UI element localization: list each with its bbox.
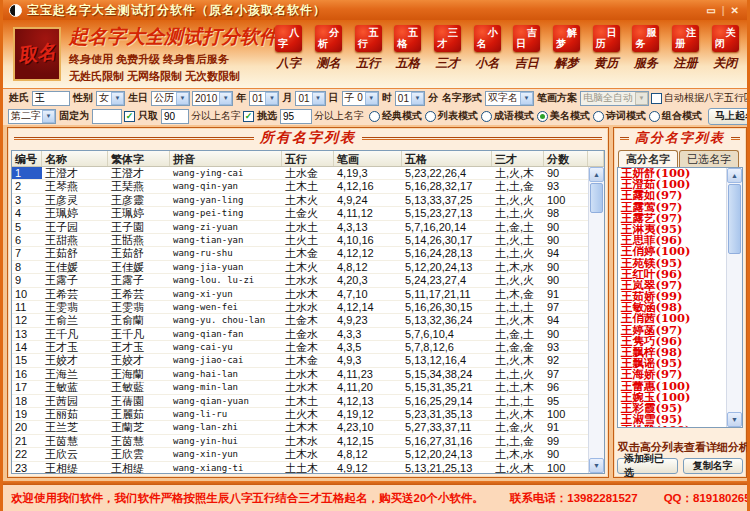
list-item[interactable]: 王淑雪(95) <box>619 414 726 425</box>
list-item[interactable]: 王茹娇(99) <box>619 291 726 302</box>
mode-radio[interactable] <box>369 111 380 122</box>
table-row[interactable]: 19王丽茹王麗茹wang-li-ru土火木4,19,125,23,31,35,1… <box>12 408 604 421</box>
list-item[interactable]: 王敏涵(98) <box>619 302 726 313</box>
second-char-combo[interactable]: 第二字▼ <box>8 109 56 124</box>
list-item[interactable]: 王姝雅(100) <box>619 425 726 427</box>
chevron-down-icon[interactable]: ▼ <box>111 92 124 105</box>
table-row[interactable]: 2王琴燕王琹燕wang-qin-yan土木土4,12,165,16,28,32,… <box>12 180 604 193</box>
surname-input[interactable] <box>32 91 70 106</box>
mode-radio[interactable] <box>425 111 436 122</box>
table-row[interactable]: 5王子园王子園wang-zi-yuan土水土4,3,135,7,16,20,14… <box>12 221 604 234</box>
hour-combo[interactable]: 子 0▼ <box>342 91 379 106</box>
column-header-id[interactable]: 编号 <box>12 151 42 166</box>
only-take-checkbox[interactable]: ✓ <box>124 111 135 122</box>
mode-option-2[interactable]: 列表模式 <box>425 109 478 123</box>
column-header-score[interactable]: 分数 <box>544 151 588 166</box>
table-row[interactable]: 1王澄才王澄才wang-ying-cai土水金4,19,35,23,22,26,… <box>12 167 604 180</box>
menu-item-3[interactable]: 五行五行 <box>348 25 388 87</box>
table-row[interactable]: 15王姣才王姣才wang-jiao-cai土木金4,9,35,13,12,16,… <box>12 354 604 367</box>
list-item[interactable]: 王思菲(96) <box>619 235 726 246</box>
mode-radio[interactable] <box>537 111 548 122</box>
column-header-name[interactable]: 名称 <box>42 151 108 166</box>
pick-score-input[interactable] <box>280 109 312 124</box>
month-combo[interactable]: 01▼ <box>249 91 279 106</box>
table-row[interactable]: 9王露子王露子wang-lou. lu-zi土水水4,20,35,24,23,2… <box>12 274 604 287</box>
table-row[interactable]: 8王佳媛王佳媛wang-jia-yuan土木火4,8,125,12,20,24,… <box>12 261 604 274</box>
table-row[interactable]: 21王茵慧王茵慧wang-yin-hui土木水4,12,155,16,27,31… <box>12 435 604 448</box>
list-item[interactable]: 王彩霞(95) <box>619 403 726 414</box>
close-button[interactable]: ✕ <box>729 5 741 16</box>
tab-high-score-names[interactable]: 高分名字 <box>618 150 678 167</box>
list-item[interactable]: 王妍舒(100) <box>619 168 726 179</box>
chevron-down-icon[interactable]: ▼ <box>312 92 325 105</box>
list-item[interactable]: 王露莺(97) <box>619 202 726 213</box>
table-row[interactable]: 23王相缇王相缇wang-xiang-ti土土木4,9,125,13,21,25… <box>12 462 604 473</box>
list-item[interactable]: 王隽巧(96) <box>619 336 726 347</box>
mode-option-1[interactable]: 经典模式 <box>369 109 422 123</box>
gender-combo[interactable]: 女▼ <box>96 91 125 106</box>
list-item[interactable]: 王蕾惠(100) <box>619 381 726 392</box>
calendar-combo[interactable]: 公历▼ <box>151 91 190 106</box>
menu-item-10[interactable]: 服务服务 <box>626 25 666 87</box>
menu-item-11[interactable]: 注册注册 <box>666 25 706 87</box>
table-row[interactable]: 11王雯翡王雯翡wang-wen-fei土水水4,12,145,16,26,30… <box>12 301 604 314</box>
list-item[interactable]: 王婷菡(97) <box>619 325 726 336</box>
chevron-down-icon[interactable]: ▼ <box>219 92 232 105</box>
table-row[interactable]: 4王珮婷王珮婷wang-pei-ting土金火4,11,125,15,23,27… <box>12 207 604 220</box>
chevron-down-icon[interactable]: ▼ <box>265 92 278 105</box>
table-row[interactable]: 14王才玉王才玉wang-cai-yu土金木4,3,55,7,8,12,6土,金… <box>12 341 604 354</box>
scroll-up-icon[interactable]: ▲ <box>727 168 742 183</box>
day-combo[interactable]: 01▼ <box>295 91 325 106</box>
menu-item-8[interactable]: 解梦解梦 <box>547 25 587 87</box>
list-item[interactable]: 王淋夷(95) <box>619 224 726 235</box>
list-item[interactable]: 王红叶(96) <box>619 269 726 280</box>
menu-item-7[interactable]: 吉日吉日 <box>507 25 547 87</box>
mode-radio[interactable] <box>649 111 660 122</box>
tab-selected-names[interactable]: 已选名字 <box>679 150 739 167</box>
scrollbar-thumb[interactable] <box>728 184 741 254</box>
table-row[interactable]: 7王茹舒王茹舒wang-ru-shu土木金4,12,125,16,24,28,1… <box>12 247 604 260</box>
table-row[interactable]: 17王敏蓝王敏藍wang-min-lan土水木4,11,205,15,31,35… <box>12 381 604 394</box>
chevron-down-icon[interactable]: ▼ <box>42 110 55 123</box>
table-row[interactable]: 20王兰芝王蘭芝wang-lan-zhi土木木4,23,105,27,33,37… <box>12 421 604 434</box>
list-item[interactable]: 王俏婷(100) <box>619 246 726 257</box>
column-header-sancai[interactable]: 三才 <box>492 151 544 166</box>
chevron-down-icon[interactable]: ▼ <box>176 92 189 105</box>
list-item[interactable]: 王露艺(97) <box>619 213 726 224</box>
mode-option-3[interactable]: 成语模式 <box>481 109 534 123</box>
table-row[interactable]: 10王希芸王希芸wang-xi-yun土水木4,7,105,11,17,21,1… <box>12 288 604 301</box>
scroll-down-icon[interactable]: ▼ <box>589 458 604 473</box>
scrollbar-thumb[interactable] <box>590 183 603 213</box>
mode-radio[interactable] <box>481 111 492 122</box>
minute-combo[interactable]: 01▼ <box>395 91 425 106</box>
menu-item-6[interactable]: 小名小名 <box>467 25 507 87</box>
add-to-selected-button[interactable]: 添加到已选 <box>617 458 678 474</box>
menu-item-9[interactable]: 日历黄历 <box>586 25 626 87</box>
mode-option-4[interactable]: 美名模式 <box>537 109 590 123</box>
scroll-up-icon[interactable]: ▲ <box>589 167 604 182</box>
list-item[interactable]: 王俏茜(100) <box>619 313 726 324</box>
fixed-char-input[interactable] <box>92 109 122 124</box>
chevron-down-icon[interactable]: ▼ <box>411 92 424 105</box>
list-item[interactable]: 王露如(97) <box>619 190 726 201</box>
list-item[interactable]: 王澄茹(100) <box>619 179 726 190</box>
menu-item-12[interactable]: 关闭关闭 <box>705 25 745 87</box>
column-header-wuge[interactable]: 五格 <box>402 151 492 166</box>
auto-match-checkbox[interactable]: ✓ <box>651 93 662 104</box>
table-scrollbar[interactable]: ▲ ▼ <box>588 167 604 473</box>
pick-checkbox[interactable]: ✓ <box>243 111 254 122</box>
table-row[interactable]: 12王俞兰王俞蘭wang-yu. chou-lan土金木4,9,235,13,3… <box>12 314 604 327</box>
column-header-pinyin[interactable]: 拼音 <box>170 151 282 166</box>
chevron-down-icon[interactable]: ▼ <box>365 92 378 105</box>
menu-item-4[interactable]: 五格五格 <box>388 25 428 87</box>
mode-option-5[interactable]: 诗词模式 <box>593 109 646 123</box>
list-item[interactable]: 王飘梓(98) <box>619 347 726 358</box>
copy-names-button[interactable]: 复制名字 <box>683 458 744 474</box>
column-header-wuxing[interactable]: 五行 <box>282 151 334 166</box>
start-naming-button[interactable]: 马上起名 <box>708 108 747 125</box>
list-item[interactable]: 王海娇(97) <box>619 369 726 380</box>
name-form-combo[interactable]: 双字名▼ <box>485 91 534 106</box>
list-item[interactable]: 王苑镁(95) <box>619 258 726 269</box>
list-scrollbar[interactable]: ▲ ▼ <box>726 168 742 427</box>
year-combo[interactable]: 2010▼ <box>192 91 233 106</box>
